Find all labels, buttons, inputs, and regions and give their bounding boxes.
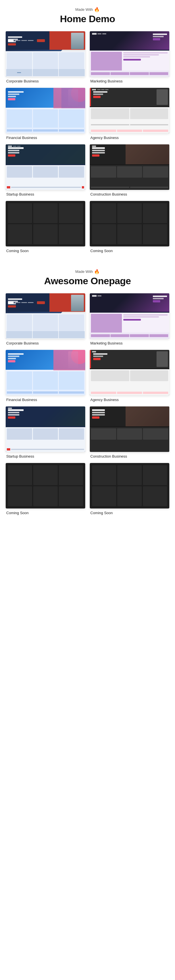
onepage-title: Awesome Onepage: [0, 275, 175, 286]
demo-label-coming-soon-op-2: Coming Soon: [90, 511, 169, 515]
demo-thumb-construction-op: [90, 406, 169, 452]
demo-card-coming-soon-op-1[interactable]: Coming Soon: [6, 463, 85, 515]
onepage-header: Made With 🔥 Awesome Onepage: [0, 262, 175, 291]
demo-thumb-coming-soon-1: [6, 201, 85, 247]
red-btn: [37, 39, 45, 42]
demo-thumb-corporate-op: [6, 293, 85, 339]
demo-thumb-coming-soon-op-1: [6, 463, 85, 509]
onepage-section: Made With 🔥 Awesome Onepage: [0, 262, 175, 522]
demo-thumb-marketing: [90, 31, 169, 77]
demo-thumb-startup: [6, 145, 85, 190]
demo-label-coming-soon-1: Coming Soon: [6, 249, 85, 253]
demo-label-financial-op: Financial Business: [6, 398, 85, 402]
home-demo-header: Made With 🔥 Home Demo: [0, 0, 175, 29]
demo-label-corporate-op: Corporate Business: [6, 341, 85, 345]
demo-thumb-coming-soon-op-2: [90, 463, 169, 509]
demo-card-construction[interactable]: Construction Business: [90, 145, 169, 196]
demo-label-coming-soon-op-1: Coming Soon: [6, 511, 85, 515]
demo-label-coming-soon-2: Coming Soon: [90, 249, 169, 253]
demo-card-corporate-op[interactable]: Corporate Business: [6, 293, 85, 345]
home-demo-section: Made With 🔥 Home Demo: [0, 0, 175, 260]
demo-label-construction: Construction Business: [90, 192, 169, 196]
demo-label-agency-op: Agency Business: [90, 398, 169, 402]
demo-card-marketing[interactable]: Marketing Business: [90, 31, 169, 83]
home-demo-grid: Corporate Business: [0, 29, 175, 260]
onepage-heart-icon: 🔥: [94, 269, 100, 274]
demo-label-startup: Startup Business: [6, 192, 85, 196]
demo-card-startup[interactable]: Startup Business: [6, 145, 85, 196]
demo-card-coming-soon-1[interactable]: Coming Soon: [6, 201, 85, 253]
demo-thumb-agency-op: [90, 350, 169, 395]
demo-card-coming-soon-2[interactable]: Coming Soon: [90, 201, 169, 253]
demo-thumb-financial-op: [6, 350, 85, 395]
demo-thumb-financial: [6, 88, 85, 133]
onepage-grid: Corporate Business: [0, 291, 175, 522]
demo-card-financial-op[interactable]: Financial Business: [6, 350, 85, 402]
demo-thumb-coming-soon-2: [90, 201, 169, 247]
onepage-made-with-text: Made With: [75, 269, 93, 274]
demo-card-agency-op[interactable]: Agency Business: [90, 350, 169, 402]
demo-label-startup-op: Startup Business: [6, 454, 85, 458]
demo-label-financial: Financial Business: [6, 135, 85, 140]
demo-card-marketing-op[interactable]: Marketing Business: [90, 293, 169, 345]
onepage-made-with: Made With 🔥: [0, 269, 175, 274]
demo-card-startup-op[interactable]: Startup Business: [6, 406, 85, 458]
demo-label-construction-op: Construction Business: [90, 454, 169, 458]
demo-card-agency[interactable]: Agency Business: [90, 88, 169, 140]
demo-label-agency: Agency Business: [90, 135, 169, 140]
demo-label-corporate: Corporate Business: [6, 79, 85, 83]
heart-icon: 🔥: [94, 7, 100, 12]
demo-thumb-marketing-op: [90, 293, 169, 339]
demo-card-financial[interactable]: Financial Business: [6, 88, 85, 140]
home-demo-title: Home Demo: [0, 13, 175, 24]
demo-card-corporate[interactable]: Corporate Business: [6, 31, 85, 83]
demo-card-construction-op[interactable]: Construction Business: [90, 406, 169, 458]
made-with-text: Made With: [75, 7, 93, 12]
made-with-label: Made With 🔥: [0, 7, 175, 12]
demo-thumb-construction: [90, 145, 169, 190]
demo-label-marketing: Marketing Business: [90, 79, 169, 83]
demo-thumb-agency: [90, 88, 169, 133]
demo-card-coming-soon-op-2[interactable]: Coming Soon: [90, 463, 169, 515]
demo-thumb-startup-op: [6, 406, 85, 452]
demo-thumb-corporate: [6, 31, 85, 77]
demo-label-marketing-op: Marketing Business: [90, 341, 169, 345]
